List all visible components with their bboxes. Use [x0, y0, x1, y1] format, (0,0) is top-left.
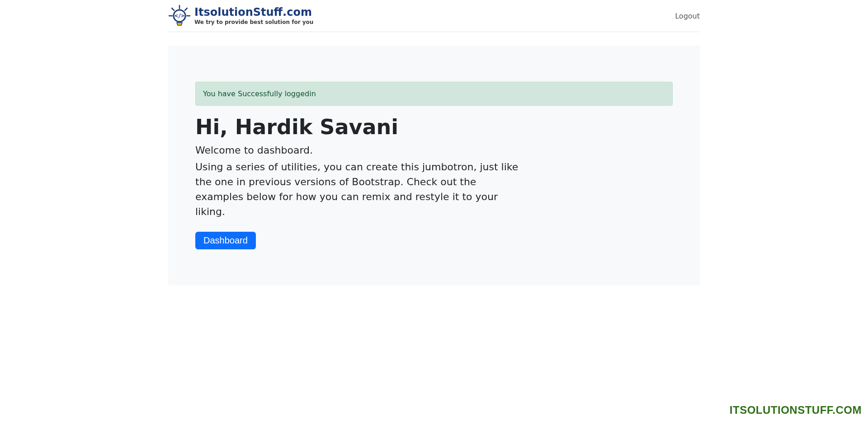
logo-subtitle: We try to provide best solution for you [194, 19, 313, 25]
lead-text-2: Using a series of utilities, you can cre… [195, 159, 525, 219]
logout-link[interactable]: Logout [675, 12, 700, 20]
svg-line-2 [185, 8, 187, 10]
alert-message: You have Successfully loggedin [203, 89, 316, 98]
logo-text: ItsolutionStuff.com We try to provide be… [194, 6, 313, 25]
lead-text-1: Welcome to dashboard. [195, 143, 525, 158]
svg-text:</>: </> [175, 13, 184, 19]
page-title: Hi, Hardik Savani [195, 115, 673, 139]
success-alert: You have Successfully loggedin [195, 82, 673, 106]
navbar: </> ItsolutionStuff.com We try to provid… [168, 0, 700, 32]
dashboard-button[interactable]: Dashboard [195, 232, 256, 249]
logo-lightbulb-icon: </> [168, 5, 191, 27]
logo-title: ItsolutionStuff.com [194, 6, 313, 18]
brand-logo[interactable]: </> ItsolutionStuff.com We try to provid… [168, 5, 313, 27]
dashboard-jumbotron: You have Successfully loggedin Hi, Hardi… [168, 46, 700, 285]
svg-line-1 [172, 8, 174, 10]
